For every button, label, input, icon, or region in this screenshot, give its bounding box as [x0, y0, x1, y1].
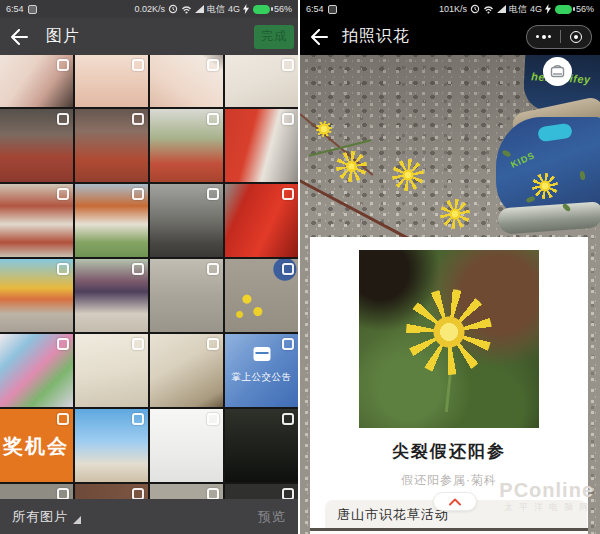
bus-icon [253, 347, 270, 361]
photo-helicopter-3[interactable] [150, 109, 223, 182]
thumbnail-checkbox[interactable] [57, 413, 69, 425]
miniprogram-capsule [526, 25, 592, 49]
photo-helicopter-4[interactable] [225, 109, 298, 182]
photo-book-page-4[interactable] [225, 55, 298, 107]
thumbnail-checkbox[interactable] [57, 188, 69, 200]
expand-sheet-button[interactable] [433, 492, 477, 511]
thumbnail-checkbox[interactable] [132, 59, 144, 71]
thumbnail-checkbox[interactable] [132, 263, 144, 275]
photo-rooftops[interactable] [0, 184, 73, 257]
photo-dark-forest[interactable] [225, 409, 298, 482]
watermark-brand: PConline [499, 480, 594, 500]
thumbnail-checkbox[interactable] [207, 413, 219, 425]
photo-notebook-1[interactable] [75, 334, 148, 407]
photo-kids-painting[interactable] [0, 334, 73, 407]
miniprogram-header: 拍照识花 [300, 18, 600, 55]
done-button[interactable]: 完成 [254, 25, 294, 49]
battery-icon [253, 5, 270, 14]
yellow-flower [336, 151, 367, 182]
battery-icon [555, 5, 572, 14]
thumbnail-checkbox[interactable] [132, 113, 144, 125]
photo-partial-2[interactable] [75, 484, 148, 499]
photo-banner-walkway[interactable] [75, 259, 148, 332]
net-speed-text: 0.02K/s [134, 4, 165, 14]
photo-document-sheet[interactable] [150, 409, 223, 482]
thumbnail-checkbox[interactable] [57, 488, 69, 499]
thumbnail-label: 掌上公交公告 [225, 371, 298, 384]
thumbnail-checkbox[interactable] [132, 338, 144, 350]
thumbnail-checkbox[interactable] [57, 59, 69, 71]
yellow-flower [392, 159, 424, 191]
carrier-text: 电信 [207, 3, 225, 16]
thumbnail-checkbox[interactable] [207, 59, 219, 71]
photo-gravel-runner[interactable] [150, 259, 223, 332]
photo-partial-4[interactable] [225, 484, 298, 499]
shoe-accent [537, 123, 573, 143]
notification-icon [28, 5, 37, 14]
camera-icon [549, 64, 566, 80]
album-selector[interactable]: 所有图片 [12, 508, 81, 526]
screen: 6:54 0.02K/s 电信 4G 56% 图片 完成 掌上公交公告奖机会 [0, 0, 600, 534]
wifi-icon [181, 5, 192, 14]
thumbnail-checkbox[interactable] [282, 263, 294, 275]
camera-retake-button[interactable] [543, 57, 572, 86]
photo-book-page-1[interactable] [0, 55, 73, 107]
thumbnail-checkbox[interactable] [282, 413, 294, 425]
status-bar-left: 6:54 0.02K/s 电信 4G 56% [0, 0, 298, 18]
watermark: PConline 太平洋电脑网 [499, 480, 594, 512]
flower-result-image [359, 250, 539, 428]
thumbnail-checkbox[interactable] [57, 263, 69, 275]
photo-bus-notice[interactable]: 掌上公交公告 [225, 334, 298, 407]
network-type-text: 4G [228, 4, 240, 14]
thumbnail-checkbox[interactable] [207, 488, 219, 499]
thumbnail-checkbox[interactable] [282, 188, 294, 200]
battery-percent-text: 56% [576, 4, 594, 14]
photo-grid: 掌上公交公告奖机会 [0, 55, 298, 499]
photo-museum-crowd[interactable] [150, 184, 223, 257]
thumbnail-checkbox[interactable] [207, 263, 219, 275]
close-circle-icon[interactable] [570, 31, 582, 43]
photo-tower-poster[interactable] [75, 409, 148, 482]
photo-gravel-flowers[interactable] [225, 259, 298, 332]
photo-notebook-2[interactable] [150, 334, 223, 407]
page-title: 图片 [46, 26, 80, 47]
flower-bloom [406, 289, 492, 375]
shoe-side-text: KIDS [509, 150, 536, 170]
thumbnail-label: 奖机会 [3, 433, 69, 460]
thumbnail-checkbox[interactable] [132, 188, 144, 200]
thumbnail-checkbox[interactable] [282, 59, 294, 71]
gallery-header: 图片 完成 [0, 18, 298, 55]
photo-partial-3[interactable] [150, 484, 223, 499]
charging-bolt-icon [545, 4, 551, 14]
alarm-icon [168, 4, 178, 14]
thumbnail-checkbox[interactable] [57, 338, 69, 350]
thumbnail-checkbox[interactable] [132, 488, 144, 499]
photo-orange-banner[interactable]: 奖机会 [0, 409, 73, 482]
thumbnail-checkbox[interactable] [207, 338, 219, 350]
thumbnail-checkbox[interactable] [57, 113, 69, 125]
thumbnail-checkbox[interactable] [282, 113, 294, 125]
photo-helicopter-1[interactable] [0, 109, 73, 182]
network-type-text: 4G [530, 4, 542, 14]
thumbnail-checkbox[interactable] [207, 113, 219, 125]
photo-orange-roof-building[interactable] [75, 184, 148, 257]
notification-icon [328, 5, 337, 14]
photo-helicopter-2[interactable] [75, 109, 148, 182]
photo-red-flag[interactable] [225, 184, 298, 257]
thumbnail-checkbox[interactable] [132, 413, 144, 425]
photo-partial-1[interactable] [0, 484, 73, 499]
signal-icon [195, 5, 204, 13]
gallery-footer: 所有图片 预览 [0, 499, 298, 534]
back-arrow-icon[interactable] [310, 29, 328, 45]
thumbnail-checkbox[interactable] [282, 488, 294, 499]
more-options-icon[interactable] [536, 35, 551, 39]
clock-text: 6:54 [6, 4, 24, 14]
thumbnail-checkbox[interactable] [282, 338, 294, 350]
photo-rainbow-arch[interactable] [0, 259, 73, 332]
preview-button[interactable]: 预览 [258, 508, 286, 526]
thumbnail-checkbox[interactable] [207, 188, 219, 200]
charging-bolt-icon [243, 4, 249, 14]
back-arrow-icon[interactable] [10, 29, 28, 45]
photo-book-page-3[interactable] [150, 55, 223, 107]
photo-book-page-2[interactable] [75, 55, 148, 107]
